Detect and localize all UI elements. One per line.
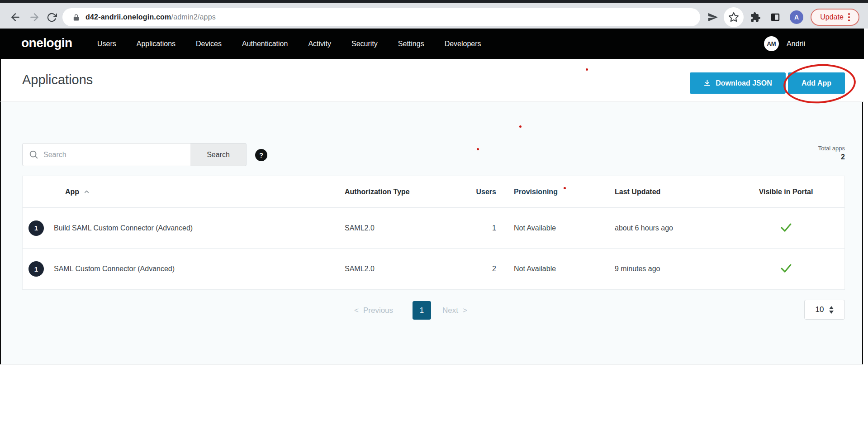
sort-ascending-icon	[83, 188, 90, 195]
table-row[interactable]: 1 Build SAML Custom Connector (Advanced)…	[23, 208, 844, 249]
annotation-red-dot	[564, 187, 566, 189]
table-header-row: App Authorization Type Users Provisionin…	[23, 176, 844, 208]
nav-item-devices[interactable]: Devices	[196, 40, 222, 48]
help-icon[interactable]: ?	[255, 149, 267, 161]
badge-number: 1	[34, 265, 38, 273]
previous-label: Previous	[363, 306, 393, 315]
column-header-visible-in-portal[interactable]: Visible in Portal	[728, 188, 844, 196]
browser-update-button[interactable]: Update	[811, 9, 859, 26]
url-text: d42-andrii.onelogin.com/admin2/apps	[85, 13, 216, 21]
nav-item-developers[interactable]: Developers	[445, 40, 481, 48]
column-header-provisioning[interactable]: Provisioning	[500, 188, 606, 196]
app-name-link[interactable]: SAML Custom Connector (Advanced)	[54, 265, 175, 273]
last-updated-cell: 9 minutes ago	[606, 265, 728, 273]
user-initials: AM	[767, 40, 776, 47]
url-host: d42-andrii.onelogin.com	[85, 13, 171, 21]
main-nav: UsersApplicationsDevicesAuthenticationAc…	[97, 29, 481, 59]
nav-item-settings[interactable]: Settings	[398, 40, 424, 48]
pagination-next[interactable]: Next >	[442, 306, 467, 315]
annotation-red-dot	[477, 148, 479, 150]
nav-item-authentication[interactable]: Authentication	[242, 40, 288, 48]
page-title: Applications	[22, 72, 93, 87]
app-count-badge: 1	[28, 261, 44, 277]
pagination-page-1[interactable]: 1	[413, 301, 431, 320]
browser-profile-avatar[interactable]: A	[790, 10, 803, 24]
browser-menu-icon[interactable]	[848, 13, 850, 21]
url-bar[interactable]: d42-andrii.onelogin.com/admin2/apps	[62, 8, 700, 26]
nav-item-activity[interactable]: Activity	[308, 40, 331, 48]
visible-in-portal-cell	[728, 221, 844, 235]
side-panel-icon	[770, 12, 781, 23]
download-icon	[703, 79, 711, 87]
nav-item-applications[interactable]: Applications	[137, 40, 175, 48]
users-count-cell: 1	[457, 224, 500, 232]
extensions-button[interactable]	[748, 10, 763, 24]
column-header-last-updated[interactable]: Last Updated	[606, 188, 728, 196]
provisioning-cell: Not Available	[500, 224, 606, 232]
table-body: 1 Build SAML Custom Connector (Advanced)…	[23, 208, 844, 289]
user-name: Andrii	[787, 40, 805, 48]
total-apps-value: 2	[754, 153, 845, 161]
user-menu[interactable]: AM Andrii	[764, 29, 805, 59]
nav-item-users[interactable]: Users	[97, 40, 116, 48]
chevron-right-icon: >	[463, 306, 467, 315]
send-to-device-button[interactable]	[706, 10, 720, 24]
browser-toolbar: d42-andrii.onelogin.com/admin2/apps A Up…	[0, 3, 868, 29]
forward-arrow-icon	[28, 11, 40, 23]
table-row[interactable]: 1 SAML Custom Connector (Advanced) SAML2…	[23, 249, 844, 289]
star-icon	[728, 12, 739, 23]
app-count-badge: 1	[28, 220, 44, 236]
annotation-red-dot	[586, 68, 588, 71]
check-icon	[780, 221, 792, 234]
total-apps: Total apps 2	[754, 145, 845, 161]
total-apps-label: Total apps	[754, 145, 845, 152]
column-header-users[interactable]: Users	[457, 188, 500, 196]
screenshot-root: d42-andrii.onelogin.com/admin2/apps A Up…	[0, 0, 868, 431]
annotation-red-dot	[519, 125, 522, 128]
page-size-value: 10	[816, 305, 824, 314]
add-app-label: Add App	[802, 79, 831, 87]
onelogin-logo[interactable]: onelogin	[21, 36, 72, 50]
visible-in-portal-cell	[728, 262, 844, 276]
provisioning-cell: Not Available	[500, 265, 606, 273]
chevron-left-icon: <	[354, 306, 359, 315]
search-input[interactable]	[22, 143, 191, 166]
add-app-button[interactable]: Add App	[788, 72, 845, 94]
forward-button[interactable]	[27, 10, 42, 24]
puzzle-icon	[750, 12, 761, 23]
authorization-type-cell: SAML2.0	[321, 224, 457, 232]
search-icon	[28, 149, 38, 159]
search-button[interactable]: Search	[190, 143, 247, 166]
app-cell: 1 SAML Custom Connector (Advanced)	[23, 261, 321, 277]
search-field-wrap	[22, 143, 191, 166]
avatar-letter: A	[794, 14, 799, 21]
pagination-previous[interactable]: < Previous	[354, 306, 393, 315]
url-path: /admin2/apps	[171, 13, 216, 21]
user-avatar[interactable]: AM	[764, 36, 779, 51]
last-updated-cell: about 6 hours ago	[606, 224, 728, 232]
side-panel-button[interactable]	[768, 10, 783, 24]
applications-table: App Authorization Type Users Provisionin…	[22, 176, 845, 290]
spinner-arrows-icon	[829, 306, 834, 314]
app-name-link[interactable]: Build SAML Custom Connector (Advanced)	[54, 224, 193, 232]
bookmark-button[interactable]	[724, 7, 744, 27]
download-json-button[interactable]: Download JSON	[690, 72, 786, 94]
back-arrow-icon	[9, 11, 21, 23]
refresh-icon	[47, 12, 57, 23]
app-header-label: App	[65, 188, 79, 196]
column-header-authorization-type[interactable]: Authorization Type	[321, 188, 457, 196]
badge-number: 1	[34, 224, 38, 232]
app-cell: 1 Build SAML Custom Connector (Advanced)	[23, 220, 321, 236]
column-header-app[interactable]: App	[23, 188, 321, 196]
nav-item-security[interactable]: Security	[351, 40, 378, 48]
download-json-label: Download JSON	[716, 79, 772, 87]
onelogin-navbar: onelogin UsersApplicationsDevicesAuthent…	[0, 29, 864, 59]
refresh-button[interactable]	[44, 10, 59, 24]
current-page-number: 1	[420, 306, 424, 315]
help-glyph: ?	[259, 151, 263, 159]
next-label: Next	[442, 306, 458, 315]
send-icon	[707, 12, 718, 23]
back-button[interactable]	[8, 10, 23, 24]
authorization-type-cell: SAML2.0	[321, 265, 457, 273]
page-size-selector[interactable]: 10	[804, 300, 845, 320]
